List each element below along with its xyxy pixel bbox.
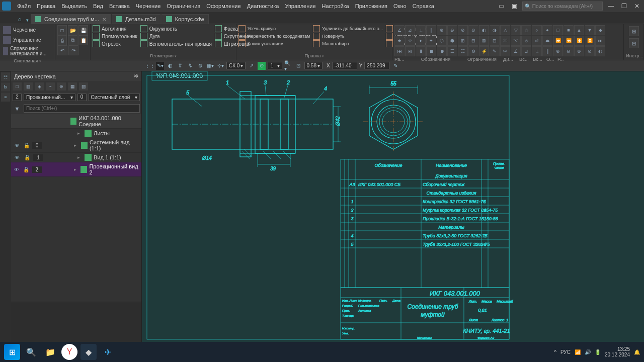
ribbon-tool-icon[interactable]: ⏫ (574, 36, 584, 46)
lock-icon[interactable]: 🔓 (23, 143, 30, 148)
ribbon-tool-icon[interactable]: ⟂ (532, 46, 542, 56)
ribbon-tool-icon[interactable]: ♦ (416, 36, 426, 46)
ribbon-tool-icon[interactable]: ✂ (500, 46, 510, 56)
ribbon-tool-icon[interactable]: ⏺ (437, 46, 447, 56)
kompas-icon[interactable]: ◆ (80, 344, 97, 360)
ribbon-tool-icon[interactable]: ⏎ (532, 36, 542, 46)
new-icon[interactable]: □ (57, 25, 67, 35)
redo-icon[interactable]: ↷ (68, 45, 78, 55)
minimize-button[interactable]: — (606, 2, 616, 10)
open-icon[interactable]: 📂 (68, 25, 77, 35)
ribbon-tool-icon[interactable]: ■ (564, 25, 574, 35)
ribbon-tool-icon[interactable]: ⚙ (468, 46, 478, 56)
lock-icon[interactable]: 🔓 (23, 155, 31, 160)
save-icon[interactable]: 💾 (78, 25, 88, 35)
visibility-icon[interactable]: 👁 (13, 167, 21, 172)
menu-Выделить[interactable]: Выделить (58, 2, 90, 11)
t1-icon[interactable]: ◐ (166, 62, 174, 70)
layer-num[interactable]: 0 (77, 94, 87, 101)
coord-x[interactable]: -311.40 (332, 62, 357, 69)
maximize-button[interactable]: ❐ (619, 2, 629, 10)
zoom-icon[interactable]: 🔍▾ (284, 62, 292, 70)
filter-icon[interactable]: ▼ (13, 104, 22, 113)
grid-icon[interactable]: ▦▾ (206, 62, 214, 70)
ribbon-tool-icon[interactable]: ⊕ (437, 25, 447, 35)
menu-Ограничения[interactable]: Ограничения (164, 2, 203, 11)
app-icon[interactable]: ✈ (100, 344, 116, 360)
ribbon-tool-icon[interactable]: ⊖ (447, 25, 457, 35)
tool-icon[interactable]: ⊟ (629, 38, 639, 48)
ribbon-tool-icon[interactable]: ◇ (521, 25, 531, 35)
ribbon-tool-icon[interactable]: ⏭ (595, 36, 605, 46)
ribbon-tool-icon[interactable]: ▼ (585, 25, 595, 35)
mode-button[interactable]: Справочник материалов и... (2, 45, 53, 57)
ribbon-tool-icon[interactable]: ◆ (595, 25, 605, 35)
geom-tool[interactable]: Автолиния (93, 25, 137, 32)
menu-Настройка[interactable]: Настройка (319, 2, 352, 11)
ribbon-tool-icon[interactable]: ⬡ (437, 36, 447, 46)
home-icon[interactable]: ⌂ (15, 15, 24, 24)
ribbon-tool-icon[interactable]: ∠ (394, 25, 405, 35)
ribbon-tool-icon[interactable]: ◑ (490, 25, 500, 35)
pen-icon[interactable]: ✎▾ (156, 62, 164, 70)
close-icon[interactable]: ✕ (102, 17, 106, 22)
axis-icon[interactable]: ⊹▾ (216, 62, 224, 70)
rail-tree-icon[interactable]: ☷ (1, 72, 10, 81)
menu-Вставка[interactable]: Вставка (106, 2, 133, 11)
layer-select-1[interactable]: Проекционный...▾ (24, 94, 75, 101)
tt-icon[interactable]: ◈ (35, 82, 44, 90)
ribbon-tool-icon[interactable]: ⊘ (585, 46, 595, 56)
visibility-icon[interactable]: 👁 (13, 143, 21, 148)
ribbon-tool-icon[interactable]: ⌥ (511, 36, 521, 46)
expand-icon[interactable]: ▸ (77, 131, 83, 136)
ribbon-tool-icon[interactable]: ⊟ (468, 36, 478, 46)
geom-tool[interactable]: Дуга (140, 33, 212, 40)
zoom-value[interactable]: 0.58▾ (304, 62, 323, 69)
ribbon-tool-icon[interactable]: ⏬ (585, 36, 595, 46)
mode-button[interactable]: Управление (2, 35, 53, 45)
menu-Приложения[interactable]: Приложения (352, 2, 390, 11)
explorer-icon[interactable]: 📁 (42, 344, 58, 360)
lang-indicator[interactable]: РУС (560, 349, 571, 355)
close-button[interactable]: ✕ (632, 2, 642, 10)
tree-search-input[interactable] (24, 104, 140, 113)
geom-tool[interactable]: Прямоугольник (93, 33, 137, 40)
edit-tool[interactable]: Усечь кривую (238, 25, 310, 32)
menu-Оформление[interactable]: Оформление (203, 2, 244, 11)
chevron-up-icon[interactable]: ^ (554, 349, 556, 355)
t3-icon[interactable]: ↯ (186, 62, 194, 70)
copy-icon[interactable]: ⧉ (68, 35, 77, 45)
doc-tab[interactable]: Соединение труб м...✕ (31, 14, 111, 24)
volume-icon[interactable]: 🔊 (585, 349, 591, 355)
tt-icon[interactable]: ▥ (24, 82, 33, 90)
ribbon-tool-icon[interactable]: ▽ (511, 25, 521, 35)
tree-row[interactable]: ▸Листы (11, 129, 141, 138)
ribbon-tool-icon[interactable]: ⏸ (416, 46, 426, 56)
edit-tool[interactable]: Копия указанием (238, 40, 310, 47)
wifi-icon[interactable]: 📶 (575, 349, 581, 355)
coord-system-select[interactable]: СК 0 ▾ (226, 62, 246, 69)
ribbon-tool-icon[interactable]: □ (553, 25, 563, 35)
undo-icon[interactable]: ↶ (57, 45, 67, 55)
clock[interactable]: 13:2520.12.2024 (605, 346, 630, 357)
ribbon-tool-icon[interactable]: ☷ (458, 46, 468, 56)
ribbon-tool-icon[interactable]: ∠ (511, 46, 521, 56)
rail-fx-icon[interactable]: fx (1, 82, 10, 92)
ribbon-tool-icon[interactable]: ⟂ (416, 25, 426, 35)
ribbon-tool-icon[interactable]: ● (542, 25, 552, 35)
edit-tool[interactable]: Повернуть (313, 33, 383, 40)
ribbon-tool-icon[interactable]: △ (500, 25, 510, 35)
expand-icon[interactable]: ▸ (77, 155, 83, 160)
t2-icon[interactable]: # (176, 62, 184, 70)
tree-root[interactable]: ИКГ 043.001.000 Соедине (11, 114, 141, 129)
scale-select[interactable]: 1 ▾ (268, 62, 282, 69)
ribbon-tool-icon[interactable]: ◐ (479, 25, 489, 35)
ribbon-tool-icon[interactable]: ⎋ (521, 36, 531, 46)
t4-icon[interactable]: ⊚ (196, 62, 204, 70)
snap-icon[interactable]: ⊙ (258, 62, 266, 70)
yandex-icon[interactable]: Y (61, 344, 77, 360)
ribbon-tool-icon[interactable]: ▲ (574, 25, 584, 35)
menu-Вид[interactable]: Вид (90, 2, 106, 11)
ribbon-tool-icon[interactable]: ⊖ (564, 46, 574, 56)
ribbon-tool-icon[interactable]: ⊿ (521, 46, 531, 56)
